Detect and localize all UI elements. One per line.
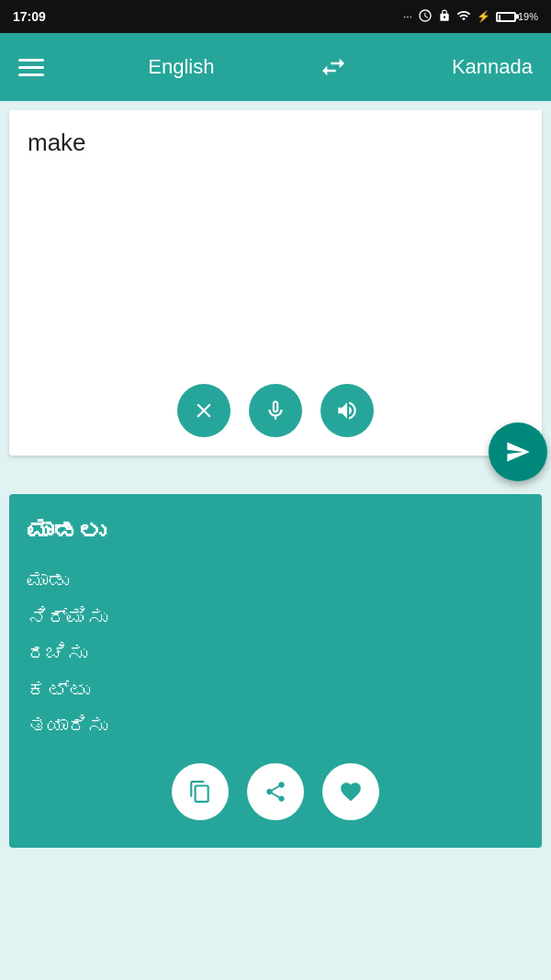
source-text-input[interactable]: make <box>9 110 542 367</box>
input-section: make <box>9 110 542 456</box>
swap-languages-button[interactable] <box>319 52 348 82</box>
app-bar: English Kannada <box>0 33 551 101</box>
input-wrapper: make <box>0 110 551 456</box>
copy-button[interactable] <box>172 763 229 820</box>
main-translation: ಮಾಡಲು <box>28 516 523 546</box>
menu-button[interactable] <box>18 59 44 76</box>
source-language-label[interactable]: English <box>148 55 214 79</box>
alt-4: ಕಟ್ಟು <box>28 672 523 709</box>
charging-icon: ⚡ <box>477 10 490 23</box>
share-button[interactable] <box>247 763 304 820</box>
translate-button[interactable] <box>489 422 547 481</box>
status-icons: ··· ⚡ 19% <box>403 8 538 26</box>
alternative-translations: ಮಾಡು ನಿರ್ಮಿಸು ರಚಿಸು ಕಟ್ಟು ತಯಾರಿಸು <box>28 563 523 745</box>
time-display: 17:09 <box>13 9 46 24</box>
alt-1: ಮಾಡು <box>28 563 523 600</box>
alt-3: ರಚಿಸು <box>28 636 523 672</box>
status-bar: 17:09 ··· ⚡ 19% <box>0 0 551 33</box>
alarm-icon <box>418 8 433 26</box>
output-controls <box>28 745 523 829</box>
output-section: ಮಾಡಲು ಮಾಡು ನಿರ್ಮಿಸು ರಚಿಸು ಕಟ್ಟು ತಯಾರಿಸು <box>9 494 542 848</box>
alt-5: ತಯಾರಿಸು <box>28 708 523 745</box>
battery-display: 19% <box>496 11 538 22</box>
favorite-button[interactable] <box>322 763 379 820</box>
target-language-label[interactable]: Kannada <box>452 55 533 79</box>
microphone-button[interactable] <box>249 384 302 437</box>
signal-icon <box>456 8 471 26</box>
alt-2: ನಿರ್ಮಿಸು <box>28 600 523 636</box>
clear-button[interactable] <box>177 384 231 437</box>
signal-dots: ··· <box>403 10 412 23</box>
speaker-button[interactable] <box>320 384 374 437</box>
lock-icon <box>438 9 451 25</box>
input-controls <box>9 371 542 456</box>
